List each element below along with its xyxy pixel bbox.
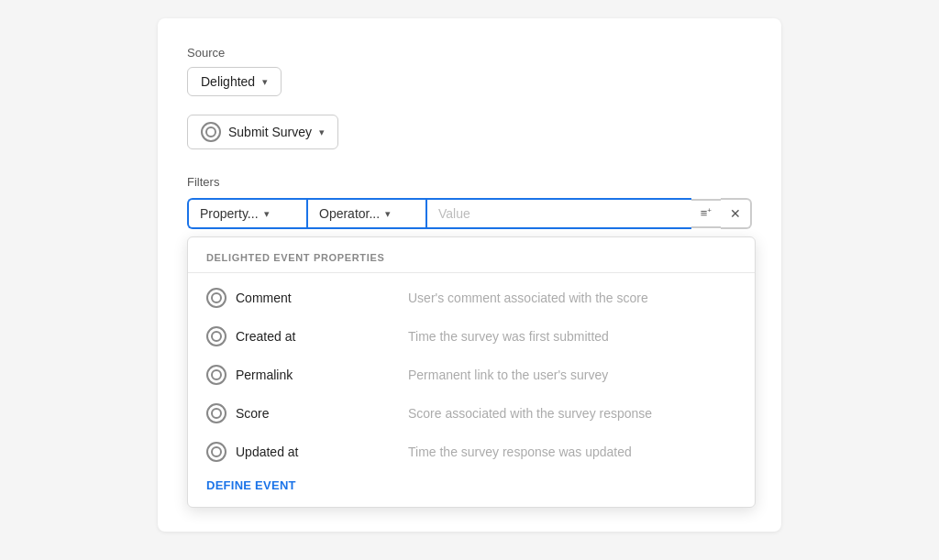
source-label: Source [187, 46, 752, 60]
item-icon [206, 442, 226, 462]
dropdown-item[interactable]: Permalink Permanent link to the user's s… [188, 356, 755, 394]
dropdown-divider [188, 272, 755, 273]
item-icon [206, 365, 226, 385]
event-dropdown[interactable]: Submit Survey ▾ [187, 115, 338, 149]
property-dropdown[interactable]: Property... ▾ [187, 198, 306, 229]
item-icon [206, 326, 226, 346]
property-placeholder: Property... [200, 206, 259, 221]
filters-label: Filters [187, 175, 752, 189]
add-filter-icon: ≡+ [701, 207, 712, 219]
event-chevron-icon: ▾ [319, 126, 325, 138]
remove-filter-icon: ✕ [730, 206, 741, 221]
operator-placeholder: Operator... [319, 206, 380, 221]
property-dropdown-panel: DELIGHTED EVENT PROPERTIES Comment User'… [187, 236, 756, 508]
source-value: Delighted [201, 74, 255, 89]
item-name: Comment [236, 291, 292, 305]
value-input[interactable] [425, 198, 691, 229]
source-chevron-icon: ▾ [262, 76, 268, 88]
dropdown-item[interactable]: Comment User's comment associated with t… [188, 279, 755, 317]
item-name: Score [236, 406, 270, 421]
define-event-button[interactable]: DEFINE EVENT [188, 471, 315, 500]
dropdown-panel-title: DELIGHTED EVENT PROPERTIES [188, 252, 755, 272]
submit-survey-icon [201, 122, 221, 142]
filters-section: Filters Property... ▾ Operator... ▾ ≡+ ✕ [187, 175, 752, 229]
item-description: Score associated with the survey respons… [408, 406, 652, 421]
dropdown-items-list: Comment User's comment associated with t… [188, 279, 755, 471]
add-filter-button[interactable]: ≡+ [691, 199, 721, 227]
source-dropdown[interactable]: Delighted ▾ [187, 67, 282, 96]
event-label: Submit Survey [228, 125, 312, 139]
item-icon [206, 403, 226, 423]
event-section: Submit Survey ▾ [187, 115, 752, 149]
item-description: Permanent link to the user's survey [408, 368, 608, 382]
main-panel: Source Delighted ▾ Submit Survey ▾ Filte… [158, 18, 781, 532]
item-name: Created at [236, 329, 295, 344]
operator-dropdown[interactable]: Operator... ▾ [306, 198, 425, 229]
item-description: Time the survey response was updated [408, 445, 632, 459]
property-chevron-icon: ▾ [264, 208, 270, 220]
dropdown-item[interactable]: Score Score associated with the survey r… [188, 394, 755, 433]
operator-chevron-icon: ▾ [385, 208, 391, 220]
item-description: User's comment associated with the score [408, 291, 648, 305]
item-name: Permalink [236, 368, 293, 382]
dropdown-item[interactable]: Created at Time the survey was first sub… [188, 317, 755, 356]
remove-filter-button[interactable]: ✕ [721, 198, 752, 229]
item-name: Updated at [236, 445, 299, 459]
item-description: Time the survey was first submitted [408, 329, 609, 344]
source-section: Source Delighted ▾ [187, 46, 752, 96]
item-icon [206, 288, 226, 308]
dropdown-item[interactable]: Updated at Time the survey response was … [188, 433, 755, 471]
filter-row: Property... ▾ Operator... ▾ ≡+ ✕ DELIGHT… [187, 198, 752, 229]
